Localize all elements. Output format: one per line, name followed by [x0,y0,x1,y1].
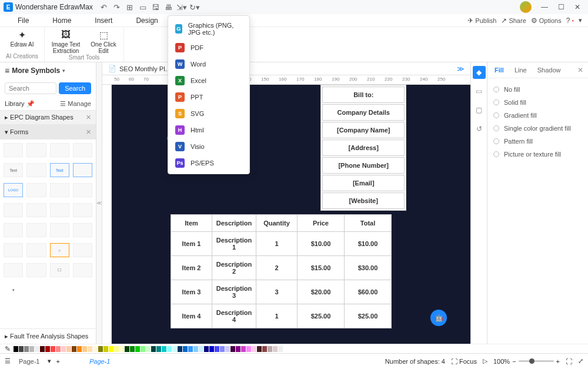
eyedrop-icon[interactable]: ✎ [5,345,11,353]
swatch[interactable] [246,346,251,352]
fill-option[interactable]: Single color gradient fill [493,122,582,135]
swatch[interactable] [193,346,198,352]
tab-expand[interactable]: ≫ [451,65,470,73]
menu-home[interactable]: Home [41,16,83,25]
swatch[interactable] [268,346,272,352]
swatch[interactable] [88,346,92,352]
swatch[interactable] [172,346,177,352]
rp-close[interactable]: ✕ [577,66,583,74]
menu-caret[interactable]: ▾ [579,16,582,24]
swatch[interactable] [109,346,113,352]
focus-button[interactable]: ⛶ Focus [451,358,477,365]
fullscreen-icon[interactable]: ⤢ [578,357,583,365]
chat-bubble[interactable]: 🤖 [430,310,447,326]
page-tab[interactable]: Page-1 [15,357,43,366]
export-html[interactable]: HHtml [168,122,249,138]
maximize-button[interactable]: ☐ [554,1,568,13]
fill-option[interactable]: Gradient fill [493,109,582,122]
print-button[interactable]: 🖶 [163,2,174,12]
user-avatar[interactable] [520,1,532,13]
swatch[interactable] [35,346,39,352]
swatch[interactable] [278,346,283,352]
swatch[interactable] [40,346,45,352]
swatch[interactable] [262,346,267,352]
swatch[interactable] [82,346,87,352]
fill-option[interactable]: Solid fill [493,96,582,109]
rail-present-icon[interactable]: ▢ [473,104,486,117]
export-excel[interactable]: XExcel [168,72,249,89]
swatch[interactable] [241,346,246,352]
menu-insert[interactable]: Insert [83,16,124,25]
swatch[interactable] [56,346,61,352]
zoom-in[interactable]: + [556,358,560,365]
swatch[interactable] [103,346,108,352]
swatch[interactable] [215,346,219,352]
swatch[interactable] [225,346,230,352]
invoice-table[interactable]: Item Description Quantity Price Total It… [171,214,392,328]
swatch[interactable] [141,346,145,352]
share-button[interactable]: ↗Share [501,16,526,25]
tool-one-click[interactable]: ⬚One Click Edit [89,29,118,54]
swatch[interactable] [45,346,50,352]
swatch[interactable] [14,346,18,352]
export-word[interactable]: WWord [168,56,249,72]
section-fault[interactable]: ▸ Fault Tree Analysis Shapes [0,328,96,344]
swatch[interactable] [183,346,188,352]
play-button[interactable]: ▷ [483,357,487,365]
fit-icon[interactable]: ⛶ [566,358,572,365]
swatch[interactable] [130,346,135,352]
swatch[interactable] [209,346,214,352]
swatch[interactable] [257,346,262,352]
swatch[interactable] [98,346,103,352]
swatch[interactable] [204,346,209,352]
export-ppt[interactable]: PPPT [168,89,249,105]
menu-design[interactable]: Design [124,16,169,25]
manage-link[interactable]: ☰ Manage [60,100,91,108]
swatch[interactable] [236,346,240,352]
swatch[interactable] [167,346,172,352]
fill-option[interactable]: No fill [493,83,582,96]
swatch[interactable] [199,346,203,352]
page-add[interactable]: + [56,358,59,365]
export-graphics-png-jpg-etc-[interactable]: GGraphics (PNG, JPG etc.) [168,18,249,39]
options-button[interactable]: ⚙Options [531,16,562,25]
swatch[interactable] [156,346,161,352]
swatch[interactable] [51,346,55,352]
undo-button[interactable]: ↶ [99,2,109,12]
page-menu[interactable]: ▾ [48,357,51,365]
close-icon[interactable]: ✕ [86,128,91,136]
rail-page-icon[interactable]: ▭ [473,85,486,98]
rp-tab-line[interactable]: Line [512,65,529,75]
collapse-left[interactable]: ≪ [96,62,102,344]
swatch[interactable] [19,346,24,352]
menu-file[interactable]: File [6,16,41,25]
rail-history-icon[interactable]: ↺ [473,122,486,135]
rail-diamond-icon[interactable]: ◆ [473,66,486,79]
close-button[interactable]: ✕ [570,1,584,13]
swatch[interactable] [66,346,71,352]
swatch[interactable] [230,346,235,352]
export-svg[interactable]: SSVG [168,105,249,122]
refresh-button[interactable]: ↻▾ [189,2,200,12]
swatch[interactable] [220,346,225,352]
swatch[interactable] [72,346,76,352]
swatch[interactable] [24,346,29,352]
caret-down-icon[interactable]: ▾ [62,68,65,74]
redo-button[interactable]: ↷ [112,2,122,12]
swatch[interactable] [273,346,278,352]
section-forms[interactable]: ▾ Forms ✕ [0,125,96,140]
close-icon[interactable]: ✕ [86,114,91,121]
export-button[interactable]: ⇲▾ [176,2,187,12]
swatch[interactable] [119,346,124,352]
swatch[interactable] [61,346,66,352]
swatch[interactable] [162,346,166,352]
swatch[interactable] [29,346,34,352]
page-list-icon[interactable]: ☰ [5,357,11,365]
zoom-slider[interactable] [519,360,554,362]
search-button[interactable]: Search [59,82,91,94]
search-input[interactable] [5,82,56,94]
bill-to-table[interactable]: Bill to: Company Details [Company Name] … [320,85,406,211]
new-button[interactable]: ⊞ [125,2,135,12]
help-button[interactable]: ?● [566,16,574,25]
swatch[interactable] [114,346,119,352]
